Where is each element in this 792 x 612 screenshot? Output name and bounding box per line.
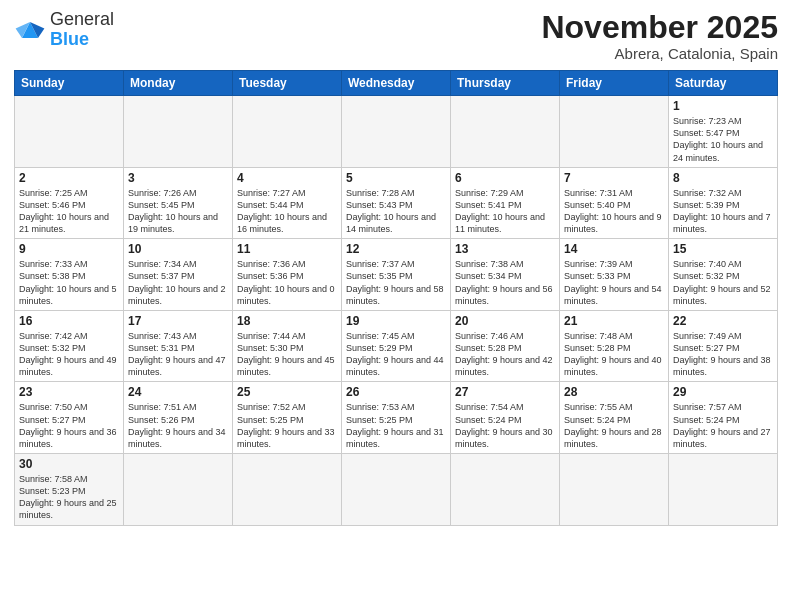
day-number: 15 (673, 242, 773, 256)
logo-general: General (50, 9, 114, 29)
day-number: 16 (19, 314, 119, 328)
day-number: 28 (564, 385, 664, 399)
day-info: Sunrise: 7:43 AM Sunset: 5:31 PM Dayligh… (128, 330, 228, 379)
day-info: Sunrise: 7:26 AM Sunset: 5:45 PM Dayligh… (128, 187, 228, 236)
day-number: 27 (455, 385, 555, 399)
day-number: 3 (128, 171, 228, 185)
day-info: Sunrise: 7:57 AM Sunset: 5:24 PM Dayligh… (673, 401, 773, 450)
calendar-cell: 28Sunrise: 7:55 AM Sunset: 5:24 PM Dayli… (560, 382, 669, 454)
calendar-cell: 24Sunrise: 7:51 AM Sunset: 5:26 PM Dayli… (124, 382, 233, 454)
day-info: Sunrise: 7:51 AM Sunset: 5:26 PM Dayligh… (128, 401, 228, 450)
day-number: 23 (19, 385, 119, 399)
day-info: Sunrise: 7:37 AM Sunset: 5:35 PM Dayligh… (346, 258, 446, 307)
calendar-header-tuesday: Tuesday (233, 71, 342, 96)
day-info: Sunrise: 7:46 AM Sunset: 5:28 PM Dayligh… (455, 330, 555, 379)
day-number: 25 (237, 385, 337, 399)
day-number: 30 (19, 457, 119, 471)
logo-icon (14, 14, 46, 46)
calendar-cell: 20Sunrise: 7:46 AM Sunset: 5:28 PM Dayli… (451, 310, 560, 382)
calendar-cell: 26Sunrise: 7:53 AM Sunset: 5:25 PM Dayli… (342, 382, 451, 454)
calendar-week-6: 30Sunrise: 7:58 AM Sunset: 5:23 PM Dayli… (15, 454, 778, 526)
calendar-cell (124, 96, 233, 168)
day-number: 26 (346, 385, 446, 399)
calendar-header-wednesday: Wednesday (342, 71, 451, 96)
day-number: 11 (237, 242, 337, 256)
calendar-cell (233, 96, 342, 168)
day-info: Sunrise: 7:36 AM Sunset: 5:36 PM Dayligh… (237, 258, 337, 307)
calendar-cell (342, 96, 451, 168)
day-number: 17 (128, 314, 228, 328)
day-info: Sunrise: 7:38 AM Sunset: 5:34 PM Dayligh… (455, 258, 555, 307)
day-info: Sunrise: 7:33 AM Sunset: 5:38 PM Dayligh… (19, 258, 119, 307)
calendar-cell: 21Sunrise: 7:48 AM Sunset: 5:28 PM Dayli… (560, 310, 669, 382)
month-title: November 2025 (541, 10, 778, 45)
day-info: Sunrise: 7:54 AM Sunset: 5:24 PM Dayligh… (455, 401, 555, 450)
calendar-cell: 4Sunrise: 7:27 AM Sunset: 5:44 PM Daylig… (233, 167, 342, 239)
calendar-cell: 2Sunrise: 7:25 AM Sunset: 5:46 PM Daylig… (15, 167, 124, 239)
day-number: 20 (455, 314, 555, 328)
day-info: Sunrise: 7:40 AM Sunset: 5:32 PM Dayligh… (673, 258, 773, 307)
day-number: 22 (673, 314, 773, 328)
day-info: Sunrise: 7:34 AM Sunset: 5:37 PM Dayligh… (128, 258, 228, 307)
calendar-cell: 12Sunrise: 7:37 AM Sunset: 5:35 PM Dayli… (342, 239, 451, 311)
day-number: 4 (237, 171, 337, 185)
day-info: Sunrise: 7:29 AM Sunset: 5:41 PM Dayligh… (455, 187, 555, 236)
calendar-cell: 30Sunrise: 7:58 AM Sunset: 5:23 PM Dayli… (15, 454, 124, 526)
calendar-header-thursday: Thursday (451, 71, 560, 96)
day-info: Sunrise: 7:48 AM Sunset: 5:28 PM Dayligh… (564, 330, 664, 379)
day-number: 10 (128, 242, 228, 256)
day-number: 6 (455, 171, 555, 185)
calendar-header-saturday: Saturday (669, 71, 778, 96)
day-number: 2 (19, 171, 119, 185)
logo-blue: Blue (50, 29, 89, 49)
calendar-cell: 15Sunrise: 7:40 AM Sunset: 5:32 PM Dayli… (669, 239, 778, 311)
calendar-cell: 7Sunrise: 7:31 AM Sunset: 5:40 PM Daylig… (560, 167, 669, 239)
header-area: General Blue November 2025 Abrera, Catal… (14, 10, 778, 62)
calendar-cell: 17Sunrise: 7:43 AM Sunset: 5:31 PM Dayli… (124, 310, 233, 382)
day-info: Sunrise: 7:49 AM Sunset: 5:27 PM Dayligh… (673, 330, 773, 379)
calendar-cell: 29Sunrise: 7:57 AM Sunset: 5:24 PM Dayli… (669, 382, 778, 454)
day-info: Sunrise: 7:23 AM Sunset: 5:47 PM Dayligh… (673, 115, 773, 164)
day-info: Sunrise: 7:45 AM Sunset: 5:29 PM Dayligh… (346, 330, 446, 379)
day-info: Sunrise: 7:25 AM Sunset: 5:46 PM Dayligh… (19, 187, 119, 236)
calendar-cell: 11Sunrise: 7:36 AM Sunset: 5:36 PM Dayli… (233, 239, 342, 311)
day-info: Sunrise: 7:32 AM Sunset: 5:39 PM Dayligh… (673, 187, 773, 236)
day-info: Sunrise: 7:53 AM Sunset: 5:25 PM Dayligh… (346, 401, 446, 450)
day-info: Sunrise: 7:44 AM Sunset: 5:30 PM Dayligh… (237, 330, 337, 379)
day-info: Sunrise: 7:50 AM Sunset: 5:27 PM Dayligh… (19, 401, 119, 450)
day-number: 18 (237, 314, 337, 328)
day-info: Sunrise: 7:58 AM Sunset: 5:23 PM Dayligh… (19, 473, 119, 522)
calendar-header-row: SundayMondayTuesdayWednesdayThursdayFrid… (15, 71, 778, 96)
calendar-cell: 14Sunrise: 7:39 AM Sunset: 5:33 PM Dayli… (560, 239, 669, 311)
day-number: 5 (346, 171, 446, 185)
day-info: Sunrise: 7:27 AM Sunset: 5:44 PM Dayligh… (237, 187, 337, 236)
calendar-week-3: 9Sunrise: 7:33 AM Sunset: 5:38 PM Daylig… (15, 239, 778, 311)
day-number: 19 (346, 314, 446, 328)
calendar-cell (233, 454, 342, 526)
logo: General Blue (14, 10, 114, 50)
calendar-cell: 18Sunrise: 7:44 AM Sunset: 5:30 PM Dayli… (233, 310, 342, 382)
day-info: Sunrise: 7:42 AM Sunset: 5:32 PM Dayligh… (19, 330, 119, 379)
calendar-cell: 16Sunrise: 7:42 AM Sunset: 5:32 PM Dayli… (15, 310, 124, 382)
day-info: Sunrise: 7:55 AM Sunset: 5:24 PM Dayligh… (564, 401, 664, 450)
calendar-cell: 13Sunrise: 7:38 AM Sunset: 5:34 PM Dayli… (451, 239, 560, 311)
day-number: 8 (673, 171, 773, 185)
calendar-cell (451, 96, 560, 168)
calendar: SundayMondayTuesdayWednesdayThursdayFrid… (14, 70, 778, 525)
calendar-cell (342, 454, 451, 526)
calendar-cell: 9Sunrise: 7:33 AM Sunset: 5:38 PM Daylig… (15, 239, 124, 311)
calendar-week-1: 1Sunrise: 7:23 AM Sunset: 5:47 PM Daylig… (15, 96, 778, 168)
day-number: 29 (673, 385, 773, 399)
calendar-cell: 5Sunrise: 7:28 AM Sunset: 5:43 PM Daylig… (342, 167, 451, 239)
calendar-cell: 3Sunrise: 7:26 AM Sunset: 5:45 PM Daylig… (124, 167, 233, 239)
day-number: 7 (564, 171, 664, 185)
calendar-week-5: 23Sunrise: 7:50 AM Sunset: 5:27 PM Dayli… (15, 382, 778, 454)
location-title: Abrera, Catalonia, Spain (541, 45, 778, 62)
calendar-cell: 27Sunrise: 7:54 AM Sunset: 5:24 PM Dayli… (451, 382, 560, 454)
calendar-cell (15, 96, 124, 168)
calendar-header-friday: Friday (560, 71, 669, 96)
calendar-cell: 22Sunrise: 7:49 AM Sunset: 5:27 PM Dayli… (669, 310, 778, 382)
calendar-header-monday: Monday (124, 71, 233, 96)
day-number: 12 (346, 242, 446, 256)
calendar-cell: 19Sunrise: 7:45 AM Sunset: 5:29 PM Dayli… (342, 310, 451, 382)
